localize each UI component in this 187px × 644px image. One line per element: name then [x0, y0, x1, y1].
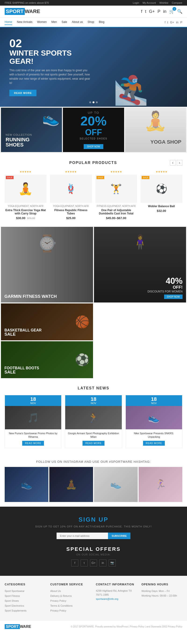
nav-linkedin-icon[interactable]: in	[176, 20, 178, 24]
nav-twitter-icon[interactable]: t	[167, 20, 168, 24]
promo-discount[interactable]: UP TO 20% OFF SELECTED SHOES SHOP NOW	[63, 108, 124, 152]
footer-category-link[interactable]: Sport Sportswear	[5, 590, 25, 592]
promo-shoes-label: RUNNINGSHOES	[6, 137, 32, 148]
instagram-item[interactable]: 🧘	[49, 467, 93, 502]
product-image[interactable]: 🪢	[50, 175, 92, 203]
pinterest-icon[interactable]: P	[157, 9, 160, 14]
footer-privacy2-link[interactable]: Privacy Policy	[50, 609, 66, 612]
news-day: 18	[6, 397, 60, 402]
nav-google-icon[interactable]: G+	[170, 20, 174, 24]
news-read-more-button[interactable]: READ MORE	[143, 441, 165, 446]
nav-social: f t G+ in P	[164, 20, 182, 25]
products-prev-button[interactable]: ‹	[170, 160, 175, 166]
facebook-icon[interactable]: f	[141, 9, 142, 14]
product-price-row: $30.00 $76.00	[5, 216, 47, 220]
forty-percent-banner[interactable]: 🧍‍♀️ 40% OFF! DISCOUNTS FOR WOMEN SHOP N…	[94, 227, 186, 302]
compare-link[interactable]: Compare	[172, 2, 182, 4]
promo-shop-now-button[interactable]: SHOP NOW	[84, 144, 103, 149]
nav-women[interactable]: Women	[37, 20, 47, 25]
logo[interactable]: SPORT WARE	[5, 8, 40, 15]
news-day: 18	[67, 397, 120, 402]
footer-terms-link[interactable]: Terms & Conditions	[50, 604, 72, 607]
news-body: New Puma's Sportswear Promo Photos by Ri…	[5, 429, 61, 448]
products-next-button[interactable]: ›	[177, 160, 182, 166]
instagram-item[interactable]: 👟	[5, 467, 48, 502]
basketball-banner[interactable]: 🏀 BASKETBALL GEAR SALE	[1, 304, 93, 340]
google-social-icon[interactable]: G+	[90, 560, 97, 566]
nav-blog[interactable]: Blog	[99, 20, 104, 25]
promo-yoga[interactable]: 🧘 YOGA SHOP	[125, 108, 186, 152]
linkedin-social-icon[interactable]: in	[99, 560, 106, 566]
hero-dot-1[interactable]	[89, 102, 91, 103]
nav-facebook-icon[interactable]: f	[164, 20, 165, 24]
signup-form: SUBSCRIBE	[5, 532, 182, 539]
signup-subscribe-button[interactable]: SUBSCRIBE	[108, 532, 131, 539]
football-sub: SALE	[5, 370, 39, 375]
news-month: NOV	[6, 402, 60, 404]
garmin-banner[interactable]: ⌚ GARMIN FITNESS WATCH	[1, 227, 93, 302]
instagram-item[interactable]: 🏃‍♀️	[139, 467, 182, 502]
instagram-social-icon[interactable]: 📷	[109, 560, 116, 566]
nav-new-arrivals[interactable]: New Arrivals	[17, 20, 33, 25]
account-link[interactable]: My Account	[143, 2, 156, 4]
hero-read-more-button[interactable]: READ MORE	[9, 90, 37, 96]
product-title: Wobler Balance Ball	[140, 204, 182, 208]
news-body: Giorgio Armani Sport Photography Exhibit…	[65, 429, 122, 448]
footer-category-link[interactable]: Sport Shoes	[5, 600, 19, 602]
special-offers-title: SPECIAL OFFERS	[5, 546, 182, 552]
search-icon[interactable]: 🔍	[177, 9, 182, 14]
promo-off-text: OFF	[80, 128, 108, 137]
footer-about-link[interactable]: About Us	[50, 590, 61, 592]
footer-category-link[interactable]: Sport Supplements	[5, 609, 27, 612]
hero-dot-3[interactable]	[96, 102, 98, 103]
twitter-social-icon[interactable]: t	[81, 560, 88, 566]
product-image[interactable]: SALE 🏋️	[95, 175, 137, 203]
nav-men[interactable]: Men	[51, 20, 57, 25]
nav-home[interactable]: Home	[5, 20, 12, 25]
social-sub: ON OUR SOCIAL MEDIA:	[5, 553, 182, 556]
forty-shop-button[interactable]: SHOP NOW	[164, 294, 182, 299]
footer-category-link[interactable]: Sport Electronics	[5, 604, 24, 607]
hero-dots	[89, 102, 98, 103]
product-image[interactable]: SALE ⚽	[140, 175, 182, 203]
promo-running-shoes[interactable]: NEW COLLECTION RUNNINGSHOES 👟	[1, 108, 62, 152]
cart-badge: 2	[172, 7, 176, 11]
instagram-icon[interactable]: in	[163, 9, 166, 14]
news-text: Giorgio Armani Sport Photography Exhibit…	[68, 432, 119, 439]
news-card: 18 NOV 🏃 Giorgio Armani Sport Photograph…	[65, 395, 122, 448]
google-icon[interactable]: G+	[149, 9, 155, 14]
news-read-more-button[interactable]: READ MORE	[22, 441, 44, 446]
news-month: NOV	[67, 402, 120, 404]
product-image[interactable]: SALE 🧘	[5, 175, 47, 203]
nav-pinterest-icon[interactable]: P	[180, 20, 182, 24]
footer-privacy-link[interactable]: Privacy Policy	[50, 600, 66, 602]
login-link[interactable]: Login	[133, 2, 139, 4]
hero-dot-2[interactable]	[93, 102, 94, 103]
signup-email-input[interactable]	[57, 532, 108, 539]
garmin-image: ⌚	[37, 234, 57, 253]
promo-shoes-subtitle: NEW COLLECTION	[6, 134, 32, 136]
news-card: 18 NOV 🎵 New Puma's Sportswear Promo Pho…	[5, 395, 62, 448]
football-title: FOOTBALL BOOTS	[5, 366, 39, 370]
nav-shop[interactable]: Shop	[88, 20, 94, 25]
footer-delivery-link[interactable]: Delivery & Returns	[50, 594, 72, 597]
news-image: 👟	[126, 406, 182, 429]
news-month: NOV	[127, 402, 181, 404]
nav-sale[interactable]: Sale	[62, 20, 67, 25]
footer-main: CATEGORIES Sport Sportswear Sport Fitnes…	[0, 576, 187, 620]
wishlist-link[interactable]: Wishlist	[159, 2, 168, 4]
facebook-social-icon[interactable]: f	[71, 560, 78, 566]
footer-email[interactable]: sportware@info.org	[96, 598, 118, 600]
news-read-more-button[interactable]: READ MORE	[83, 441, 104, 446]
football-banner[interactable]: ⚽ FOOTBALL BOOTS SALE	[1, 341, 93, 378]
forty-content: 40% OFF! DISCOUNTS FOR WOMEN SHOP NOW	[147, 277, 182, 299]
nav-about[interactable]: About us	[72, 20, 83, 25]
popular-products-section: POPULAR PRODUCTS ‹ › ★★★★★ SALE 🧘 YOGA E…	[0, 153, 187, 227]
instagram-item[interactable]: 👟	[94, 467, 138, 502]
twitter-icon[interactable]: t	[145, 9, 146, 14]
footer-category-link[interactable]: Sport Fitness	[5, 594, 20, 597]
resistance-bands-image: 🪢	[65, 183, 77, 194]
football-image: ⚽	[75, 353, 90, 366]
footer-service-list: About Us Delivery & Returns Privacy Poli…	[50, 589, 91, 612]
cart-icon[interactable]: 🛒 2	[169, 9, 174, 14]
